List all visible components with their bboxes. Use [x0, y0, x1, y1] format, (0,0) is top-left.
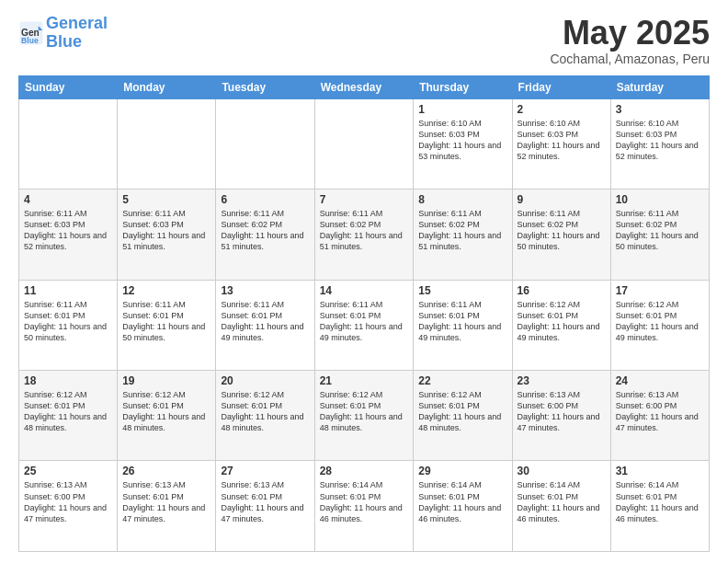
week-row-3: 11Sunrise: 6:11 AMSunset: 6:01 PMDayligh…	[19, 280, 710, 370]
day-info: Sunrise: 6:10 AMSunset: 6:03 PMDaylight:…	[418, 118, 506, 163]
weekday-header-tuesday: Tuesday	[216, 75, 314, 98]
day-info: Sunrise: 6:11 AMSunset: 6:01 PMDaylight:…	[24, 299, 112, 344]
day-info: Sunrise: 6:12 AMSunset: 6:01 PMDaylight:…	[616, 299, 704, 344]
calendar-cell: 5Sunrise: 6:11 AMSunset: 6:03 PMDaylight…	[118, 190, 216, 280]
day-number: 9	[518, 193, 606, 206]
day-number: 10	[616, 193, 704, 206]
calendar-cell: 18Sunrise: 6:12 AMSunset: 6:01 PMDayligh…	[19, 371, 118, 461]
calendar-cell	[118, 98, 216, 189]
day-info: Sunrise: 6:13 AMSunset: 6:01 PMDaylight:…	[221, 479, 309, 524]
weekday-header-row: SundayMondayTuesdayWednesdayThursdayFrid…	[19, 75, 710, 98]
day-number: 21	[320, 374, 409, 387]
day-info: Sunrise: 6:14 AMSunset: 6:01 PMDaylight:…	[616, 479, 704, 524]
day-info: Sunrise: 6:12 AMSunset: 6:01 PMDaylight:…	[221, 389, 309, 434]
week-row-2: 4Sunrise: 6:11 AMSunset: 6:03 PMDaylight…	[19, 190, 710, 280]
calendar-cell: 25Sunrise: 6:13 AMSunset: 6:00 PMDayligh…	[19, 461, 118, 552]
day-info: Sunrise: 6:12 AMSunset: 6:01 PMDaylight:…	[122, 389, 210, 434]
day-info: Sunrise: 6:12 AMSunset: 6:01 PMDaylight:…	[418, 389, 506, 434]
calendar-cell: 21Sunrise: 6:12 AMSunset: 6:01 PMDayligh…	[314, 371, 414, 461]
day-info: Sunrise: 6:11 AMSunset: 6:02 PMDaylight:…	[320, 208, 409, 253]
week-row-4: 18Sunrise: 6:12 AMSunset: 6:01 PMDayligh…	[19, 371, 710, 461]
weekday-header-monday: Monday	[118, 75, 216, 98]
day-number: 26	[122, 465, 210, 477]
calendar-cell: 1Sunrise: 6:10 AMSunset: 6:03 PMDaylight…	[414, 98, 512, 189]
calendar-cell: 8Sunrise: 6:11 AMSunset: 6:02 PMDaylight…	[414, 190, 512, 280]
location: Cochamal, Amazonas, Peru	[550, 52, 710, 66]
calendar-cell: 19Sunrise: 6:12 AMSunset: 6:01 PMDayligh…	[118, 371, 216, 461]
week-row-5: 25Sunrise: 6:13 AMSunset: 6:00 PMDayligh…	[19, 461, 710, 552]
calendar-cell: 23Sunrise: 6:13 AMSunset: 6:00 PMDayligh…	[512, 371, 610, 461]
page: Gen Blue General Blue May 2025 Cochamal,…	[0, 0, 728, 563]
day-number: 19	[122, 374, 210, 387]
calendar-cell: 16Sunrise: 6:12 AMSunset: 6:01 PMDayligh…	[512, 280, 610, 370]
day-info: Sunrise: 6:14 AMSunset: 6:01 PMDaylight:…	[418, 479, 506, 524]
day-info: Sunrise: 6:11 AMSunset: 6:01 PMDaylight:…	[221, 299, 309, 344]
day-number: 31	[616, 465, 704, 477]
day-info: Sunrise: 6:13 AMSunset: 6:00 PMDaylight:…	[518, 389, 606, 434]
calendar-cell: 14Sunrise: 6:11 AMSunset: 6:01 PMDayligh…	[314, 280, 414, 370]
calendar-cell: 6Sunrise: 6:11 AMSunset: 6:02 PMDaylight…	[216, 190, 314, 280]
day-info: Sunrise: 6:11 AMSunset: 6:01 PMDaylight:…	[320, 299, 409, 344]
day-number: 12	[122, 284, 210, 297]
calendar-cell	[19, 98, 118, 189]
calendar-cell: 28Sunrise: 6:14 AMSunset: 6:01 PMDayligh…	[314, 461, 414, 552]
day-info: Sunrise: 6:11 AMSunset: 6:02 PMDaylight:…	[418, 208, 506, 253]
day-info: Sunrise: 6:12 AMSunset: 6:01 PMDaylight:…	[24, 389, 112, 434]
calendar-cell: 31Sunrise: 6:14 AMSunset: 6:01 PMDayligh…	[610, 461, 709, 552]
logo: Gen Blue General Blue	[18, 15, 108, 52]
calendar-cell: 17Sunrise: 6:12 AMSunset: 6:01 PMDayligh…	[610, 280, 709, 370]
day-info: Sunrise: 6:13 AMSunset: 6:00 PMDaylight:…	[24, 479, 112, 524]
day-number: 23	[518, 374, 606, 387]
week-row-1: 1Sunrise: 6:10 AMSunset: 6:03 PMDaylight…	[19, 98, 710, 189]
day-number: 30	[518, 465, 606, 477]
calendar-cell: 10Sunrise: 6:11 AMSunset: 6:02 PMDayligh…	[610, 190, 709, 280]
calendar-cell: 27Sunrise: 6:13 AMSunset: 6:01 PMDayligh…	[216, 461, 314, 552]
day-number: 11	[24, 284, 112, 297]
day-info: Sunrise: 6:13 AMSunset: 6:01 PMDaylight:…	[122, 479, 210, 524]
day-info: Sunrise: 6:10 AMSunset: 6:03 PMDaylight:…	[616, 118, 704, 163]
day-number: 27	[221, 465, 309, 477]
day-info: Sunrise: 6:10 AMSunset: 6:03 PMDaylight:…	[518, 118, 606, 163]
calendar-cell: 30Sunrise: 6:14 AMSunset: 6:01 PMDayligh…	[512, 461, 610, 552]
day-info: Sunrise: 6:12 AMSunset: 6:01 PMDaylight:…	[518, 299, 606, 344]
logo-icon: Gen Blue	[18, 20, 44, 46]
day-number: 22	[418, 374, 506, 387]
day-number: 28	[320, 465, 409, 477]
day-number: 3	[616, 103, 704, 116]
day-number: 24	[616, 374, 704, 387]
day-number: 16	[518, 284, 606, 297]
day-number: 25	[24, 465, 112, 477]
calendar-cell: 26Sunrise: 6:13 AMSunset: 6:01 PMDayligh…	[118, 461, 216, 552]
day-number: 7	[320, 193, 409, 206]
day-number: 8	[418, 193, 506, 206]
logo-line2: Blue	[46, 32, 82, 51]
day-number: 20	[221, 374, 309, 387]
day-info: Sunrise: 6:11 AMSunset: 6:03 PMDaylight:…	[122, 208, 210, 253]
day-number: 18	[24, 374, 112, 387]
day-info: Sunrise: 6:11 AMSunset: 6:02 PMDaylight:…	[518, 208, 606, 253]
calendar-cell: 11Sunrise: 6:11 AMSunset: 6:01 PMDayligh…	[19, 280, 118, 370]
weekday-header-sunday: Sunday	[19, 75, 118, 98]
day-info: Sunrise: 6:14 AMSunset: 6:01 PMDaylight:…	[518, 479, 606, 524]
calendar-cell	[216, 98, 314, 189]
svg-text:Blue: Blue	[21, 36, 39, 45]
day-number: 13	[221, 284, 309, 297]
month-title: May 2025	[550, 15, 710, 52]
day-info: Sunrise: 6:11 AMSunset: 6:01 PMDaylight:…	[122, 299, 210, 344]
calendar-cell: 3Sunrise: 6:10 AMSunset: 6:03 PMDaylight…	[610, 98, 709, 189]
day-number: 17	[616, 284, 704, 297]
calendar-table: SundayMondayTuesdayWednesdayThursdayFrid…	[18, 75, 710, 552]
calendar-cell: 4Sunrise: 6:11 AMSunset: 6:03 PMDaylight…	[19, 190, 118, 280]
logo-line1: General	[46, 14, 108, 32]
day-number: 6	[221, 193, 309, 206]
day-number: 1	[418, 103, 506, 116]
logo-text: General Blue	[46, 15, 108, 52]
calendar-cell	[314, 98, 414, 189]
weekday-header-saturday: Saturday	[610, 75, 709, 98]
calendar-cell: 9Sunrise: 6:11 AMSunset: 6:02 PMDaylight…	[512, 190, 610, 280]
title-block: May 2025 Cochamal, Amazonas, Peru	[550, 15, 710, 66]
header: Gen Blue General Blue May 2025 Cochamal,…	[18, 15, 710, 66]
day-number: 4	[24, 193, 112, 206]
calendar-cell: 22Sunrise: 6:12 AMSunset: 6:01 PMDayligh…	[414, 371, 512, 461]
day-number: 2	[518, 103, 606, 116]
